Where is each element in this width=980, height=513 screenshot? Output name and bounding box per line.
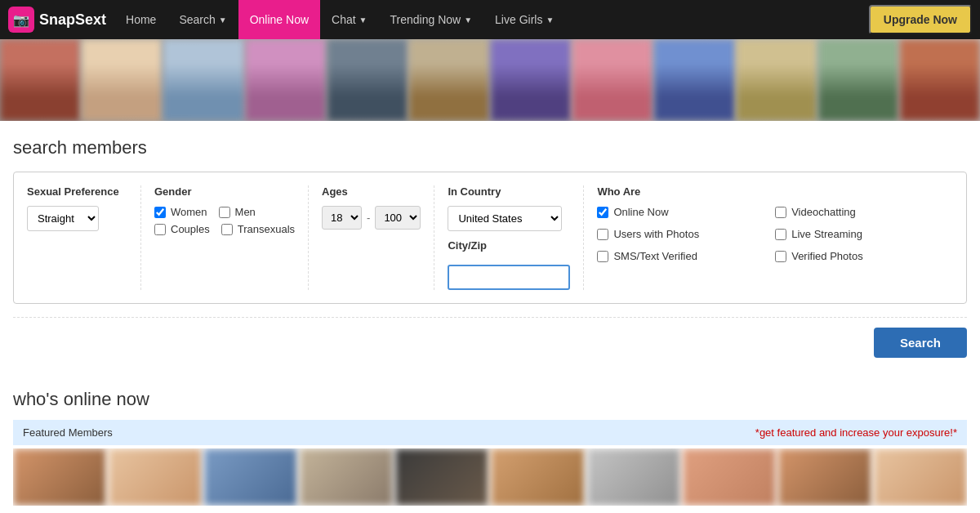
who-videochat-row: Videochatting: [775, 206, 940, 218]
chevron-down-icon: ▼: [359, 16, 368, 25]
strip-thumb-1: [0, 39, 80, 121]
gender-trans-label: Transexuals: [238, 223, 295, 235]
strip-thumb-9: [654, 39, 734, 121]
strip-thumb-3: [163, 39, 243, 121]
featured-bar: Featured Members *get featured and incre…: [13, 420, 967, 445]
strip-thumb-4: [246, 39, 326, 121]
brand-logo[interactable]: 📷 SnapSext: [8, 7, 106, 33]
strip-thumb-2: [82, 39, 162, 121]
who-are-options: Online Now Videochatting Users with Phot…: [597, 206, 940, 267]
strip-thumb-12: [900, 39, 980, 121]
search-button[interactable]: Search: [874, 328, 967, 358]
chevron-down-icon: ▼: [464, 16, 472, 25]
who-sms-label: SMS/Text Verified: [613, 250, 697, 262]
ages-row: 18192025 303540 - 100253035 405060: [322, 206, 421, 230]
who-verified-label: Verified Photos: [791, 250, 862, 262]
gender-women-row: Women Men: [154, 206, 295, 218]
sexual-preference-label: Sexual Preference: [27, 185, 127, 198]
search-actions: Search: [13, 317, 967, 364]
who-photos-label: Users with Photos: [613, 228, 699, 240]
featured-promo: *get featured and increase your exposure…: [755, 426, 957, 439]
gender-women-checkbox[interactable]: [154, 207, 166, 218]
country-select[interactable]: United States Canada United Kingdom Aust…: [448, 206, 562, 231]
strip-thumb-8: [572, 39, 653, 121]
search-members-title: search members: [13, 137, 967, 158]
member-thumb-8[interactable]: [683, 448, 776, 506]
sexual-preference-group: Sexual Preference Straight Gay Bisexual: [27, 185, 141, 290]
brand-name: SnapSext: [39, 11, 106, 29]
who-verified-row: Verified Photos: [775, 250, 940, 262]
gender-group: Gender Women Men Couples Transexuals: [141, 185, 309, 290]
gender-men-label: Men: [235, 206, 256, 218]
gender-couples-label: Couples: [171, 223, 210, 235]
city-zip-label: City/Zip: [448, 239, 570, 252]
whos-online-section: who's online now Featured Members *get f…: [13, 372, 967, 513]
member-thumb-4[interactable]: [300, 448, 393, 506]
member-thumb-7[interactable]: [587, 448, 680, 506]
who-sms-checkbox[interactable]: [597, 251, 608, 262]
member-thumb-9[interactable]: [778, 448, 871, 506]
nav-home[interactable]: Home: [114, 0, 167, 39]
country-label: In Country: [448, 185, 570, 198]
nav-search[interactable]: Search ▼: [167, 0, 238, 39]
member-thumb-5[interactable]: [395, 448, 488, 506]
who-are-label: Who Are: [597, 185, 940, 198]
chevron-down-icon: ▼: [546, 16, 554, 25]
featured-label: Featured Members: [23, 426, 113, 439]
gender-men-checkbox[interactable]: [219, 207, 230, 218]
member-thumb-10[interactable]: [874, 448, 967, 506]
gender-label: Gender: [154, 185, 295, 198]
ages-group: Ages 18192025 303540 - 100253035 405060: [309, 185, 434, 290]
strip-thumb-6: [409, 39, 489, 121]
ages-dash: -: [367, 212, 370, 224]
who-photos-row: Users with Photos: [597, 228, 762, 240]
who-photos-checkbox[interactable]: [597, 229, 608, 240]
member-thumb-6[interactable]: [491, 448, 584, 506]
gender-couples-checkbox[interactable]: [154, 224, 166, 235]
main-content: search members Sexual Preference Straigh…: [0, 121, 980, 513]
member-thumb-1[interactable]: [13, 448, 106, 506]
strip-thumb-7: [491, 39, 571, 121]
search-section: search members Sexual Preference Straigh…: [13, 121, 967, 372]
who-are-group: Who Are Online Now Videochatting Users w…: [584, 185, 953, 290]
member-thumbs-row: [13, 448, 967, 506]
search-form: Sexual Preference Straight Gay Bisexual …: [13, 172, 967, 304]
who-sms-row: SMS/Text Verified: [597, 250, 762, 262]
brand-icon: 📷: [8, 7, 34, 33]
whos-online-title: who's online now: [13, 389, 967, 410]
gender-trans-checkbox[interactable]: [221, 224, 233, 235]
who-streaming-row: Live Streaming: [775, 228, 940, 240]
navbar: 📷 SnapSext Home Search ▼ Online Now Chat…: [0, 0, 980, 39]
nav-items: Home Search ▼ Online Now Chat ▼ Trending…: [114, 0, 869, 39]
who-online-label: Online Now: [613, 206, 668, 218]
who-verified-checkbox[interactable]: [775, 251, 786, 262]
upgrade-button[interactable]: Upgrade Now: [869, 5, 972, 34]
nav-trending[interactable]: Trending Now ▼: [379, 0, 484, 39]
ages-label: Ages: [322, 185, 421, 198]
header-photo-strip: [0, 39, 980, 121]
who-streaming-checkbox[interactable]: [775, 229, 786, 240]
member-thumb-2[interactable]: [109, 448, 202, 506]
who-online-row: Online Now: [597, 206, 762, 218]
strip-thumb-11: [818, 39, 898, 121]
member-thumb-3[interactable]: [204, 448, 297, 506]
who-streaming-label: Live Streaming: [791, 228, 862, 240]
nav-live-girls[interactable]: Live Girls ▼: [483, 0, 565, 39]
who-videochat-label: Videochatting: [791, 206, 856, 218]
country-group: In Country United States Canada United K…: [434, 185, 584, 290]
gender-couples-row: Couples Transexuals: [154, 223, 295, 235]
who-online-checkbox[interactable]: [597, 207, 608, 218]
nav-chat[interactable]: Chat ▼: [320, 0, 378, 39]
age-min-select[interactable]: 18192025 303540: [322, 206, 362, 230]
nav-online-now[interactable]: Online Now: [238, 0, 320, 39]
gender-women-label: Women: [171, 206, 207, 218]
city-zip-input[interactable]: [448, 265, 570, 290]
chevron-down-icon: ▼: [219, 16, 227, 25]
strip-thumb-5: [327, 39, 408, 121]
sexual-preference-select[interactable]: Straight Gay Bisexual: [27, 206, 99, 231]
strip-thumb-10: [737, 39, 817, 121]
who-videochat-checkbox[interactable]: [775, 207, 786, 218]
age-max-select[interactable]: 100253035 405060: [375, 206, 421, 230]
